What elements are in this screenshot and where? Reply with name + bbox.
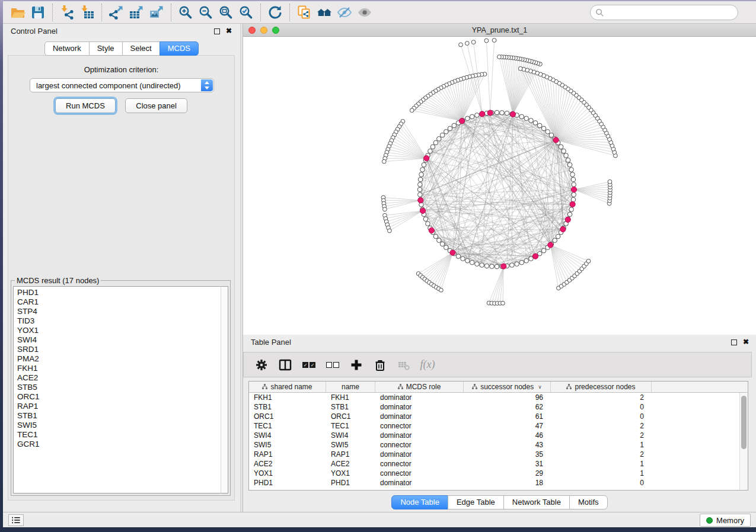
table-cell: 47	[464, 422, 551, 430]
table-row[interactable]: ACE2ACE2connector311	[249, 459, 748, 469]
zoom-out-button[interactable]	[196, 4, 216, 21]
network-title: YPA_prune.txt_1	[243, 26, 756, 34]
criterion-dropdown[interactable]: largest connected component (undirected)	[30, 78, 214, 92]
table-row[interactable]: TEC1TEC1connector472	[249, 421, 748, 431]
table-row[interactable]: YOX1YOX1connector291	[249, 469, 748, 478]
mcds-result-item[interactable]: SWI4	[14, 335, 221, 345]
mcds-list-scrollbar[interactable]	[221, 286, 228, 493]
save-session-button[interactable]	[28, 4, 48, 21]
show-column-button[interactable]	[275, 355, 296, 375]
table-scrollbar[interactable]	[739, 393, 748, 490]
mcds-result-item[interactable]: PHD1	[14, 288, 221, 297]
table-scrollbar-thumb[interactable]	[741, 396, 747, 449]
export-network-button[interactable]	[106, 4, 126, 21]
export-image-button[interactable]	[146, 4, 167, 21]
mcds-result-item[interactable]: STP4	[14, 307, 221, 316]
tab-network[interactable]: Network	[44, 41, 90, 56]
open-file-button[interactable]	[8, 4, 28, 21]
close-mcds-panel-button[interactable]: Close panel	[125, 98, 187, 113]
show-all-button[interactable]	[355, 4, 375, 21]
delete-column-button[interactable]	[369, 355, 391, 375]
first-neighbors-button[interactable]	[314, 4, 334, 21]
copy-network-button[interactable]	[294, 4, 314, 21]
run-mcds-button[interactable]: Run MCDS	[55, 98, 116, 113]
deselect-all-button[interactable]	[322, 355, 343, 375]
network-canvas[interactable]	[243, 37, 756, 335]
control-panel-title: Control Panel	[11, 27, 58, 36]
memory-button[interactable]: Memory	[700, 514, 751, 527]
gear-icon	[255, 358, 268, 371]
column-header-MCDS-role[interactable]: MCDS role	[375, 382, 464, 392]
table-row[interactable]: SWI5SWI5connector431	[249, 440, 748, 450]
column-header-predecessor-nodes[interactable]: predecessor nodes	[551, 382, 652, 392]
table-cell: SWI4	[326, 431, 375, 440]
function-builder-button[interactable]: f(x)	[417, 355, 438, 375]
tab-select[interactable]: Select	[122, 41, 160, 56]
table-row[interactable]: ORC1ORC1dominator610	[249, 412, 748, 421]
import-table-button[interactable]	[77, 4, 97, 21]
search-input[interactable]	[604, 7, 738, 18]
table-cell: 2	[551, 393, 652, 402]
table-cell: ORC1	[326, 412, 375, 421]
mcds-result-item[interactable]: RAP1	[14, 402, 221, 411]
zoom-selected-button[interactable]	[236, 4, 256, 21]
hide-selected-button[interactable]	[334, 4, 355, 21]
mcds-result-item[interactable]: STB1	[14, 411, 221, 421]
control-panel: Control Panel ✖ NetworkStyleSelectMCDS O…	[3, 24, 240, 512]
zoom-fit-button[interactable]	[216, 4, 236, 21]
select-all-button[interactable]: ✓✓	[298, 355, 320, 375]
tab-network-table[interactable]: Network Table	[503, 495, 570, 509]
tab-edge-table[interactable]: Edge Table	[448, 495, 504, 509]
mcds-result-item[interactable]: SWI5	[14, 421, 221, 430]
network-edges	[384, 40, 615, 303]
table-row[interactable]: FKH1FKH1dominator962	[249, 393, 748, 402]
add-column-button[interactable]	[346, 355, 367, 375]
delete-table-button[interactable]	[393, 355, 414, 375]
save-floppy-icon	[30, 5, 46, 20]
table-row[interactable]: SWI4SWI4dominator462	[249, 431, 748, 440]
tab-mcds[interactable]: MCDS	[160, 41, 199, 56]
mcds-result-item[interactable]: TEC1	[14, 430, 221, 440]
table-cell: PHD1	[326, 479, 375, 487]
mcds-result-item[interactable]: FKH1	[14, 364, 221, 373]
table-cell: YOX1	[249, 469, 326, 477]
trash-icon	[374, 358, 387, 371]
column-header-shared-name[interactable]: shared name	[249, 382, 326, 392]
mcds-result-item[interactable]: SRD1	[14, 345, 221, 354]
tab-motifs[interactable]: Motifs	[569, 495, 608, 509]
table-cell: dominator	[375, 431, 464, 440]
zoom-in-button[interactable]	[176, 4, 196, 21]
table-toolbar: ✓✓ f(x)	[243, 352, 752, 377]
export-table-button[interactable]	[126, 4, 146, 21]
import-network-button[interactable]	[57, 4, 77, 21]
table-row[interactable]: PHD1PHD1dominator180	[249, 478, 748, 488]
mcds-result-item[interactable]: GCR1	[14, 440, 221, 449]
mcds-result-item[interactable]: PMA2	[14, 354, 221, 364]
mcds-result-item[interactable]: YOX1	[14, 326, 221, 335]
tree-hierarchy-icon	[472, 383, 477, 391]
float-table-panel-icon[interactable]	[731, 339, 737, 345]
table-cell: FKH1	[326, 393, 375, 402]
mcds-result-item[interactable]: ORC1	[14, 392, 221, 402]
column-header-name[interactable]: name	[326, 382, 375, 392]
mcds-result-item[interactable]: TID3	[14, 316, 221, 326]
float-panel-icon[interactable]	[214, 28, 220, 34]
tab-style[interactable]: Style	[89, 41, 123, 56]
mcds-result-list[interactable]: PHD1CAR1STP4TID3YOX1SWI4SRD1PMA2FKH1ACE2…	[13, 286, 221, 493]
tab-node-table[interactable]: Node Table	[391, 495, 448, 509]
table-options-button[interactable]	[251, 355, 272, 375]
task-list-icon	[11, 516, 21, 524]
task-history-button[interactable]	[8, 514, 24, 526]
close-table-panel-icon[interactable]: ✖	[743, 338, 749, 346]
column-header-successor-nodes[interactable]: successor nodes∨	[464, 382, 551, 392]
table-row[interactable]: STB1STB1dominator620	[249, 402, 748, 412]
table-row[interactable]: RAP1RAP1dominator352	[249, 450, 748, 459]
mcds-result-item[interactable]: ACE2	[14, 373, 221, 383]
tree-hierarchy-icon	[398, 383, 403, 391]
export-network-icon	[109, 5, 124, 20]
mcds-result-item[interactable]: CAR1	[14, 297, 221, 307]
mcds-result-item[interactable]: STB5	[14, 383, 221, 392]
table-cell: YOX1	[326, 469, 375, 477]
refresh-layout-button[interactable]	[265, 4, 285, 21]
close-panel-icon[interactable]: ✖	[226, 27, 232, 35]
